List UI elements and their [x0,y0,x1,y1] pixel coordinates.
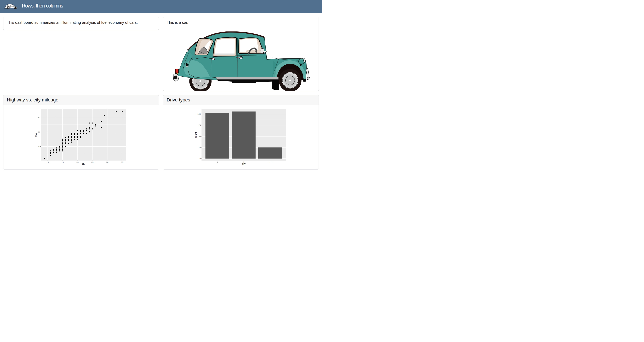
svg-text:20: 20 [38,146,40,148]
svg-text:cty: cty [82,162,85,165]
svg-text:drv: drv [242,162,246,165]
svg-text:50: 50 [198,135,200,137]
svg-text:25: 25 [91,161,94,163]
svg-text:0: 0 [200,158,200,160]
svg-text:10: 10 [46,161,49,163]
svg-text:40: 40 [38,116,40,118]
svg-text:100: 100 [197,113,200,115]
svg-text:35: 35 [121,161,123,163]
svg-text:25: 25 [198,146,200,149]
svg-text:r: r [270,161,270,164]
svg-text:count: count [194,132,197,138]
svg-text:75: 75 [198,124,200,126]
svg-text:30: 30 [106,161,108,163]
svg-text:20: 20 [76,161,78,163]
svg-text:4: 4 [216,161,218,164]
svg-text:30: 30 [38,131,40,133]
svg-text:hwy: hwy [35,133,37,137]
svg-text:15: 15 [62,161,64,163]
